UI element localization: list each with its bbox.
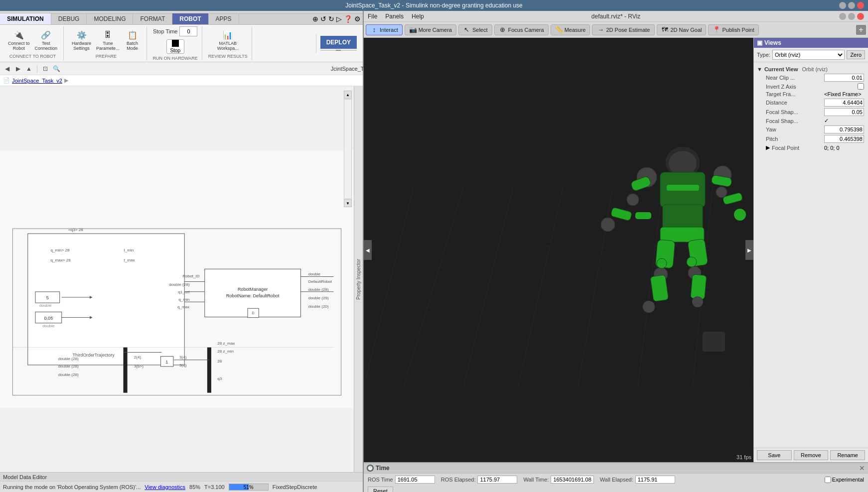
review-results-label: REVIEW RESULTS <box>208 54 248 59</box>
toolbar-icon-2[interactable]: ↺ <box>320 15 326 23</box>
matlab-workspace-btn[interactable]: 📊 MATLAB Workspa... <box>215 28 241 52</box>
reset-time-btn[interactable]: Reset <box>368 487 393 492</box>
collapse-left-btn[interactable]: ◀ <box>364 240 372 260</box>
save-view-btn[interactable]: Save <box>757 450 792 460</box>
distance-input[interactable] <box>824 99 864 107</box>
pose-estimate-label: 2D Pose Estimate <box>606 27 650 33</box>
views-zero-btn[interactable]: Zero <box>847 50 865 59</box>
toolbar-icon-6[interactable]: ⚙ <box>354 15 361 23</box>
remove-view-btn[interactable]: Remove <box>794 450 829 460</box>
diagram-svg: ThirdOrderTrajectory t_min t_max <q3> 28… <box>0 86 354 472</box>
publish-point-btn[interactable]: 📍 Publish Point <box>708 24 758 35</box>
orbit-label: Orbit (rviz) <box>802 66 828 72</box>
views-type-select[interactable]: Orbit (rviz) <box>772 50 845 60</box>
focal-shape1-input[interactable] <box>824 108 864 116</box>
tab-format[interactable]: FORMAT <box>133 13 172 24</box>
test-connection-btn[interactable]: 🔗 Test Connection <box>33 28 60 52</box>
sim-subtoolbar: ◀ ▶ ▲ ⊡ 🔍 JcintSpace_Task_v2 <box>0 62 363 75</box>
stop-time-input[interactable] <box>179 26 197 36</box>
rename-view-btn[interactable]: Rename <box>830 450 865 460</box>
measure-btn[interactable]: 📏 Measure <box>551 24 590 35</box>
deploy-btn[interactable]: DEPLOY <box>320 36 357 49</box>
more-camera-btn[interactable]: 📷 More Camera <box>405 24 456 35</box>
current-view-label: Current View <box>764 66 798 72</box>
rviz-menu-help[interactable]: Help <box>412 13 424 20</box>
stop-button[interactable]: Stop <box>166 39 184 54</box>
toolbar-icon-3[interactable]: ↻ <box>328 15 334 23</box>
minimize-icon[interactable] <box>839 2 846 9</box>
pose-estimate-btn[interactable]: → 2D Pose Estimate <box>592 24 654 35</box>
maximize-icon[interactable] <box>848 2 855 9</box>
views-section-current: ▼ Current View Orbit (rviz) Near Clip ..… <box>754 64 868 153</box>
canvas-area: ThirdOrderTrajectory t_min t_max <q3> 28… <box>0 86 363 472</box>
hardware-settings-btn[interactable]: ⚙️ Hardware Settings <box>70 28 93 52</box>
rviz-minimize-icon[interactable] <box>839 13 846 20</box>
current-view-header[interactable]: ▼ Current View Orbit (rviz) <box>756 65 866 73</box>
collapse-right-btn[interactable]: ▶ <box>745 240 753 260</box>
yaw-input[interactable] <box>824 125 864 133</box>
tab-debug[interactable]: DEBUG <box>51 13 87 24</box>
invert-z-checkbox[interactable] <box>858 83 864 90</box>
rviz-right-panel: ▣ Views Type: Orbit (rviz) Zero ▼ Curren… <box>753 38 868 462</box>
svg-text:28 z_max: 28 z_max <box>217 341 235 346</box>
nav-goal-btn[interactable]: 🗺 2D Nav Goal <box>657 24 707 35</box>
ros-time-field: ROS Time 1691.05 <box>368 476 435 484</box>
connect-group-label: CONNECT TO ROBOT <box>9 54 56 59</box>
near-clip-input[interactable] <box>824 74 864 82</box>
rviz-viewport[interactable]: ◀ ▶ 31 fps <box>364 38 753 462</box>
close-icon[interactable] <box>857 2 864 9</box>
tune-parameters-btn[interactable]: 🎛 Tune Paramete... <box>94 28 122 52</box>
rviz-window-controls <box>839 13 864 20</box>
toolbar-icon-1[interactable]: ⊕ <box>312 15 318 23</box>
simulink-statusbar: Running the mode on 'Robot Operating Sys… <box>0 481 363 492</box>
tab-robot[interactable]: ROBOT <box>172 13 208 24</box>
tab-modeling[interactable]: MODELING <box>87 13 133 24</box>
breadcrumb-separator: ▶ <box>64 77 68 84</box>
ribbon-group-review: 📊 MATLAB Workspa... REVIEW RESULTS <box>204 26 252 60</box>
rviz-panel: File Panels Help default.rviz* - RViz ↕ … <box>364 11 868 492</box>
wall-elapsed-value: 1175.91 <box>635 476 675 484</box>
zoom-fit-btn[interactable]: ⊡ <box>40 64 50 74</box>
breadcrumb-bar: 📄 JointSpace_Task_v2 ▶ <box>0 75 363 86</box>
tab-simulation[interactable]: SIMULATION <box>0 13 51 24</box>
up-btn[interactable]: ▲ <box>24 64 34 74</box>
interact-tool-btn[interactable]: ↕ Interact <box>366 24 403 35</box>
wall-elapsed-label: Wall Elapsed: <box>600 477 633 483</box>
rviz-title: default.rviz* - RViz <box>591 13 640 20</box>
rviz-menu-file[interactable]: File <box>368 13 377 20</box>
ros-elapsed-value: 1175.97 <box>477 476 517 484</box>
select-tool-btn[interactable]: ↖ Select <box>458 24 492 35</box>
near-clip-row: Near Clip ... <box>756 73 866 83</box>
add-tool-btn[interactable]: + <box>856 25 866 35</box>
time-reset-row: Reset <box>364 486 868 492</box>
time-close-btn[interactable]: ✕ <box>859 464 865 472</box>
batch-mode-btn[interactable]: 📋 Batch Mode <box>123 28 143 52</box>
svg-text:ThirdOrderTrajectory: ThirdOrderTrajectory <box>73 353 115 358</box>
scroll-track[interactable] <box>344 99 352 199</box>
zoom-in-btn[interactable]: 🔍 <box>51 64 61 74</box>
diagram-area[interactable]: ThirdOrderTrajectory t_min t_max <q3> 28… <box>0 86 354 472</box>
connect-to-robot-btn[interactable]: 🔌 Connect to Robot <box>6 28 32 52</box>
pitch-input[interactable] <box>824 135 864 143</box>
property-inspector-tab[interactable]: Property Inspector <box>354 86 363 472</box>
toolbar-icon-4[interactable]: ▷ <box>336 15 342 23</box>
view-diagnostics-link[interactable]: View diagnostics <box>145 484 185 490</box>
experimental-checkbox[interactable] <box>825 477 831 483</box>
rviz-close-icon[interactable] <box>857 13 864 20</box>
model-name-display: JcintSpace_Task_v2 <box>351 64 361 74</box>
svg-text:double (20): double (20) <box>308 304 329 309</box>
rviz-maximize-icon[interactable] <box>848 13 855 20</box>
focus-camera-btn[interactable]: ⊕ Focus Camera <box>494 24 549 35</box>
svg-text:0.05: 0.05 <box>44 316 53 321</box>
forward-btn[interactable]: ▶ <box>13 64 23 74</box>
back-btn[interactable]: ◀ <box>2 64 12 74</box>
tab-apps[interactable]: APPS <box>209 13 239 24</box>
experimental-field: Experimental <box>825 477 864 483</box>
rviz-menu-panels[interactable]: Panels <box>385 13 404 20</box>
toolbar-icon-5[interactable]: ❓ <box>344 15 352 23</box>
scroll-down-btn[interactable]: ▼ <box>344 199 352 207</box>
camera-icon: 📷 <box>409 26 417 34</box>
svg-rect-101 <box>703 332 725 352</box>
scroll-up-btn[interactable]: ▲ <box>344 91 352 99</box>
breadcrumb-model[interactable]: JointSpace_Task_v2 <box>12 78 62 84</box>
